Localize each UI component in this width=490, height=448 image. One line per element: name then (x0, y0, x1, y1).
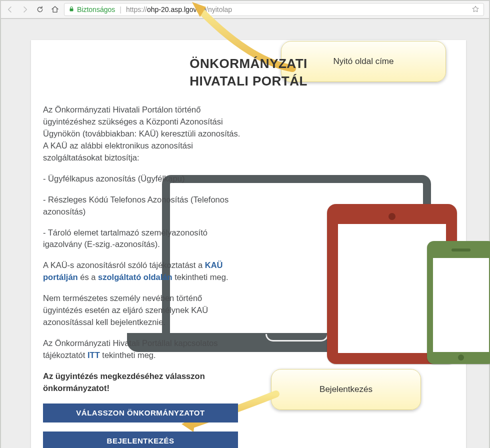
back-icon[interactable] (6, 6, 14, 14)
bookmark-icon[interactable] (472, 5, 480, 14)
svg-rect-0 (70, 8, 74, 12)
page-title: ÖNKORMÁNYZATI HIVATALI PORTÁL (154, 55, 344, 90)
main-card: ÖNKORMÁNYZATI HIVATALI PORTÁL Az Önkormá… (31, 40, 466, 448)
secure-indicator: Biztonságos (68, 6, 115, 14)
auth-option-1: - Ügyfélkapus azonosítás (Ügyfélkapu) (43, 173, 243, 185)
viewport: ÖNKORMÁNYZATI HIVATALI PORTÁL Az Önkormá… (1, 19, 489, 448)
svg-marker-1 (472, 6, 478, 12)
here-link[interactable]: ITT (88, 350, 100, 360)
cta-text: Az ügyintézés megkezdéséhez válasszon ön… (43, 370, 243, 394)
select-municipality-button[interactable]: VÁLASSZON ÖNKORMÁNYZATOT (43, 404, 238, 422)
portal-info-paragraph: Az Önkormányzati Hivatali Portállal kapc… (43, 338, 243, 362)
body-text: Az Önkormányzati Hivatali Portálon törté… (43, 104, 243, 448)
intro-paragraph: Az Önkormányzati Hivatali Portálon törté… (43, 104, 243, 164)
secure-label: Biztonságos (77, 6, 115, 14)
info-links-paragraph: A KAÜ-s azonosításról szóló tájékoztatás… (43, 260, 243, 284)
reload-icon[interactable] (36, 6, 44, 14)
login-button[interactable]: BEJELENTKEZÉS (43, 432, 238, 448)
legal-entity-paragraph: Nem természetes személy nevében történő … (43, 292, 243, 328)
forward-icon[interactable] (21, 6, 29, 14)
lock-icon (68, 6, 74, 14)
nav-buttons (6, 6, 59, 14)
home-icon[interactable] (51, 6, 59, 14)
provider-link[interactable]: szolgáltató oldalán (98, 272, 172, 282)
auth-option-3: - Tároló elemet tartalmazó személyazonos… (43, 227, 243, 251)
auth-option-2: - Részleges Kódú Telefonos Azonosítás (T… (43, 194, 243, 218)
